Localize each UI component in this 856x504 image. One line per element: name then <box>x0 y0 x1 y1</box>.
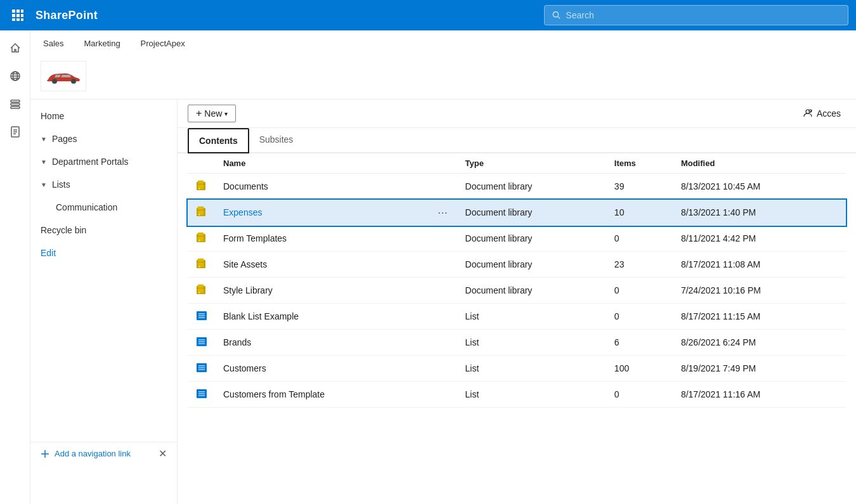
sidebar-dept-portals-label: Department Portals <box>52 157 129 167</box>
row-icon-cell <box>188 330 216 356</box>
row-icon-cell: ≡ <box>188 226 216 252</box>
row-type-cell: List <box>458 356 607 382</box>
sidebar-item-department-portals[interactable]: ▼ Department Portals <box>30 150 177 173</box>
col-modified[interactable]: Modified <box>673 153 846 174</box>
svg-rect-8 <box>21 18 23 21</box>
add-nav-link[interactable]: Add a navigation link ✕ <box>30 442 177 465</box>
sidebar-home-label: Home <box>41 111 64 121</box>
access-button[interactable]: Acces <box>798 106 846 121</box>
icon-rail <box>0 30 30 504</box>
row-name-cell[interactable]: Site Assets <box>216 252 427 278</box>
row-more-button[interactable]: ⋯ <box>435 205 450 220</box>
row-name: Site Assets <box>223 259 267 269</box>
close-icon[interactable]: ✕ <box>159 448 167 460</box>
svg-rect-1 <box>16 10 20 13</box>
row-more-cell: ⋯ <box>427 278 458 304</box>
content-table: Name Type Items Modified ≡ Documents ⋯ <box>188 153 846 408</box>
sidebar-lists-label: Lists <box>52 179 70 190</box>
row-modified-cell: 8/13/2021 1:40 PM <box>673 200 846 226</box>
topbar: SharePoint <box>0 0 856 30</box>
row-name-cell[interactable]: Documents <box>216 174 427 200</box>
svg-text:≡: ≡ <box>198 238 200 242</box>
site-tab-sales[interactable]: Sales <box>41 30 67 56</box>
search-input[interactable] <box>566 10 840 20</box>
row-items-cell: 6 <box>607 330 673 356</box>
chevron-down-icon: ▼ <box>41 181 47 188</box>
site-tab-projectapex[interactable]: ProjectApex <box>138 30 188 56</box>
doclib-icon: ≡ <box>195 179 208 192</box>
row-more-cell: ⋯ <box>427 200 458 226</box>
row-modified-cell: 8/13/2021 10:45 AM <box>673 174 846 200</box>
sidebar-item-recycle-bin[interactable]: Recycle bin <box>30 219 177 242</box>
row-icon-cell: ≡ <box>188 200 216 226</box>
row-type-cell: List <box>458 382 607 408</box>
row-name: Style Library <box>223 285 273 295</box>
table-row: Brands ⋯ List 6 8/26/2021 6:24 PM <box>188 330 846 356</box>
col-items[interactable]: Items <box>607 153 673 174</box>
row-name-cell[interactable]: Expenses <box>216 200 427 226</box>
table-header-row: Name Type Items Modified <box>188 153 846 174</box>
row-modified-cell: 8/17/2021 11:08 AM <box>673 252 846 278</box>
new-button[interactable]: + New ▾ <box>188 105 236 122</box>
row-name-cell[interactable]: Form Templates <box>216 226 427 252</box>
col-type[interactable]: Type <box>458 153 607 174</box>
row-items-cell: 23 <box>607 252 673 278</box>
tab-subsites[interactable]: Subsites <box>249 128 304 153</box>
row-name-cell[interactable]: Customers from Template <box>216 382 427 408</box>
row-name-cell[interactable]: Brands <box>216 330 427 356</box>
sidebar-item-home[interactable]: Home <box>30 105 177 127</box>
row-items-cell: 0 <box>607 226 673 252</box>
row-more-cell: ⋯ <box>427 304 458 330</box>
home-rail-icon[interactable] <box>3 36 28 61</box>
svg-rect-6 <box>12 18 15 21</box>
sidebar-item-lists[interactable]: ▼ Lists <box>30 173 177 196</box>
row-more-cell: ⋯ <box>427 252 458 278</box>
svg-rect-4 <box>16 14 20 17</box>
site-tabs: Sales Marketing ProjectApex <box>41 30 846 56</box>
row-icon-cell: ≡ <box>188 278 216 304</box>
globe-rail-icon[interactable] <box>3 63 28 89</box>
svg-rect-43 <box>197 262 205 262</box>
row-type-cell: List <box>458 304 607 330</box>
row-name-cell[interactable]: Style Library <box>216 278 427 304</box>
row-items-cell: 39 <box>607 174 673 200</box>
app-logo[interactable]: SharePoint <box>36 9 98 22</box>
site-header: Sales Marketing ProjectApex <box>30 30 856 100</box>
row-type-cell: Document library <box>458 278 607 304</box>
page-rail-icon[interactable] <box>3 119 28 145</box>
row-modified-cell: 8/17/2021 11:16 AM <box>673 382 846 408</box>
list-icon <box>195 361 208 374</box>
col-name[interactable]: Name <box>216 153 427 174</box>
sidebar-item-pages[interactable]: ▼ Pages <box>30 127 177 150</box>
row-items-cell: 0 <box>607 304 673 330</box>
search-box[interactable] <box>544 5 848 25</box>
access-icon <box>803 108 813 119</box>
sidebar-item-edit[interactable]: Edit <box>30 242 177 264</box>
row-more-cell: ⋯ <box>427 356 458 382</box>
row-icon-cell <box>188 304 216 330</box>
table-row: Customers ⋯ List 100 8/19/2021 7:49 PM <box>188 356 846 382</box>
row-name: Customers from Template <box>223 389 325 399</box>
content-tabs: Contents Subsites <box>178 128 856 153</box>
car-image <box>43 66 84 86</box>
row-icon-cell <box>188 382 216 408</box>
site-banner <box>41 56 846 99</box>
row-items-cell: 10 <box>607 200 673 226</box>
row-name-cell[interactable]: Blank List Example <box>216 304 427 330</box>
waffle-icon[interactable] <box>8 5 28 25</box>
tab-contents[interactable]: Contents <box>188 128 249 153</box>
chevron-down-icon: ▼ <box>41 158 47 165</box>
doclib-icon: ≡ <box>195 231 208 244</box>
table-row: ≡ Expenses ⋯ Document library 10 8/13/20… <box>188 200 846 226</box>
sidebar-item-communication[interactable]: Communication <box>30 196 177 219</box>
row-items-cell: 0 <box>607 278 673 304</box>
add-nav-icon <box>41 449 49 458</box>
svg-point-24 <box>71 79 76 84</box>
svg-rect-7 <box>16 18 20 21</box>
row-name-cell[interactable]: Customers <box>216 356 427 382</box>
row-name-link[interactable]: Expenses <box>223 207 262 217</box>
svg-line-10 <box>558 16 560 18</box>
site-tab-marketing[interactable]: Marketing <box>82 30 123 56</box>
feed-rail-icon[interactable] <box>3 91 28 117</box>
access-label: Acces <box>817 108 841 119</box>
